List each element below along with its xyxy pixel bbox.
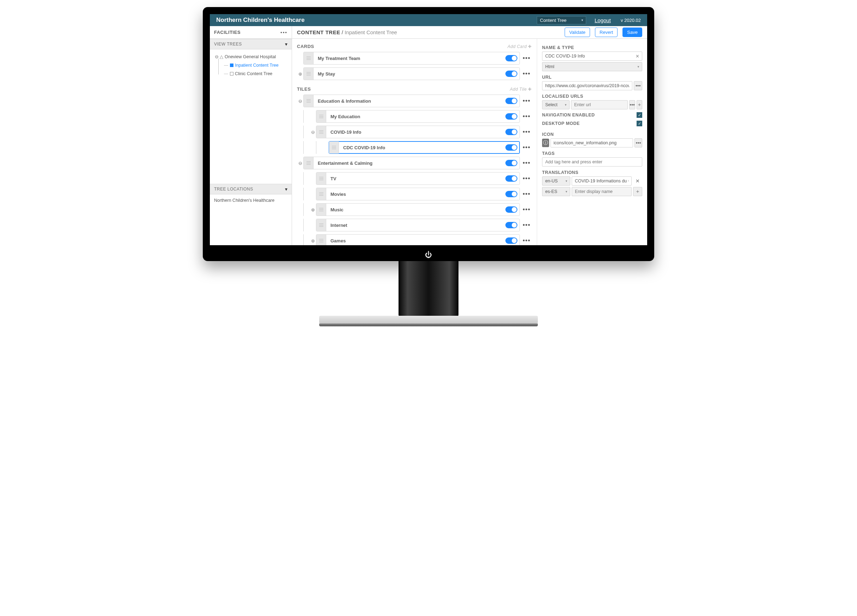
enabled-toggle[interactable]	[505, 160, 517, 166]
content-row-label: Education & Information	[314, 98, 505, 104]
content-row[interactable]: My Treatment Team	[303, 52, 520, 65]
drag-handle-icon[interactable]	[316, 219, 326, 231]
tree-node-clinic[interactable]: Clinic Content Tree	[235, 71, 272, 76]
translation-value-field[interactable]	[572, 176, 632, 186]
row-menu-icon[interactable]: •••	[521, 206, 532, 214]
translation-value-field[interactable]	[572, 187, 632, 196]
expand-toggle[interactable]	[297, 98, 303, 104]
nav-enabled-label: NAVIGATION ENABLED	[542, 113, 595, 118]
localised-url-add-button[interactable]: ＋	[637, 100, 642, 109]
section-dropdown[interactable]: Content Tree	[537, 16, 586, 24]
url-heading: URL	[542, 75, 642, 80]
enabled-toggle[interactable]	[505, 237, 517, 244]
drag-handle-icon[interactable]	[316, 126, 326, 138]
row-menu-icon[interactable]: •••	[521, 221, 532, 229]
content-row[interactable]: Movies	[316, 188, 520, 200]
content-row-label: Music	[326, 207, 505, 212]
nav-enabled-checkbox[interactable]: ✓	[637, 112, 642, 118]
enabled-toggle[interactable]	[505, 175, 517, 182]
enabled-toggle[interactable]	[505, 71, 517, 77]
drag-handle-icon[interactable]	[316, 188, 326, 200]
icon-more-button[interactable]: •••	[634, 138, 642, 147]
icon-path-field[interactable]	[551, 138, 633, 147]
row-menu-icon[interactable]: •••	[521, 55, 532, 62]
content-row[interactable]: My Stay	[303, 67, 520, 80]
expand-toggle[interactable]	[309, 207, 316, 212]
add-tile-link[interactable]: Add Tile	[510, 87, 532, 92]
enabled-toggle[interactable]	[505, 129, 517, 135]
content-row[interactable]: My Education	[316, 110, 520, 123]
content-row[interactable]: CDC COVID-19 Info	[329, 141, 520, 154]
drag-handle-icon[interactable]	[316, 173, 326, 184]
content-row-label: CDC COVID-19 Info	[339, 145, 505, 150]
row-menu-icon[interactable]: •••	[521, 175, 532, 183]
name-type-heading: NAME & TYPE	[542, 45, 642, 50]
enabled-toggle[interactable]	[505, 98, 517, 104]
enabled-toggle[interactable]	[505, 55, 517, 61]
localised-url-lang-select[interactable]: Select	[542, 100, 569, 109]
facilities-menu-icon[interactable]: •••	[280, 29, 288, 35]
desktop-mode-checkbox[interactable]: ✓	[637, 121, 642, 126]
enabled-toggle[interactable]	[505, 191, 517, 197]
enabled-toggle[interactable]	[505, 113, 517, 119]
expand-toggle[interactable]	[309, 238, 316, 243]
drag-handle-icon[interactable]	[329, 141, 339, 153]
clear-name-icon[interactable]: ✕	[636, 54, 639, 59]
content-row[interactable]: Entertainment & Calming	[303, 157, 520, 169]
tags-heading: TAGS	[542, 151, 642, 156]
type-select[interactable]: Html	[542, 62, 642, 71]
add-card-link[interactable]: Add Card	[507, 44, 532, 49]
tree-root[interactable]: Oneview General Hospital	[215, 53, 288, 61]
drag-handle-icon[interactable]	[316, 235, 326, 245]
localised-url-field[interactable]	[571, 100, 628, 109]
enabled-toggle[interactable]	[505, 144, 517, 151]
translation-lang-select[interactable]: es-ES	[542, 187, 570, 196]
content-row[interactable]: Music	[316, 203, 520, 216]
translation-add-button[interactable]: ＋	[633, 187, 642, 196]
expand-toggle[interactable]	[309, 130, 316, 135]
row-menu-icon[interactable]: •••	[521, 159, 532, 167]
expand-toggle[interactable]	[297, 71, 303, 77]
revert-button[interactable]: Revert	[595, 28, 617, 37]
row-menu-icon[interactable]: •••	[521, 237, 532, 245]
content-row[interactable]: TV	[316, 172, 520, 185]
drag-handle-icon[interactable]	[316, 110, 326, 122]
view-trees-toggle[interactable]: VIEW TREES	[210, 39, 292, 50]
content-row[interactable]: Internet	[316, 219, 520, 231]
url-field[interactable]	[542, 81, 632, 90]
save-button[interactable]: Save	[622, 28, 642, 37]
logout-link[interactable]: Logout	[595, 17, 611, 23]
name-field[interactable]	[542, 51, 642, 61]
expand-toggle[interactable]	[297, 161, 303, 166]
enabled-toggle[interactable]	[505, 206, 517, 213]
row-menu-icon[interactable]: •••	[521, 144, 532, 151]
row-menu-icon[interactable]: •••	[521, 98, 532, 105]
translation-lang-select[interactable]: en-US	[542, 176, 570, 186]
validate-button[interactable]: Validate	[565, 28, 590, 37]
row-menu-icon[interactable]: •••	[521, 190, 532, 198]
drag-handle-icon[interactable]	[304, 157, 314, 169]
tree-locations-toggle[interactable]: TREE LOCATIONS	[210, 184, 292, 194]
content-row-label: My Treatment Team	[314, 56, 505, 61]
content-row[interactable]: Games	[316, 234, 520, 245]
drag-handle-icon[interactable]	[304, 68, 314, 80]
drag-handle-icon[interactable]	[316, 204, 326, 215]
translation-remove-button[interactable]: ✕	[633, 176, 642, 186]
localised-url-more-button[interactable]: •••	[629, 100, 635, 109]
tree-node-inpatient[interactable]: Inpatient Content Tree	[235, 63, 278, 68]
content-row-label: TV	[326, 176, 505, 181]
drag-handle-icon[interactable]	[304, 52, 314, 64]
facilities-label: FACILITIES	[214, 29, 241, 35]
content-row[interactable]: COVID-19 Info	[316, 125, 520, 138]
content-row-label: Movies	[326, 192, 505, 197]
tags-field[interactable]	[542, 157, 642, 167]
row-menu-icon[interactable]: •••	[521, 128, 532, 136]
url-more-button[interactable]: •••	[634, 81, 642, 90]
content-row-label: My Stay	[314, 71, 505, 77]
row-menu-icon[interactable]: •••	[521, 113, 532, 120]
drag-handle-icon[interactable]	[304, 95, 314, 107]
content-row-label: Entertainment & Calming	[314, 161, 505, 166]
enabled-toggle[interactable]	[505, 222, 517, 228]
content-row[interactable]: Education & Information	[303, 94, 520, 107]
row-menu-icon[interactable]: •••	[521, 70, 532, 77]
